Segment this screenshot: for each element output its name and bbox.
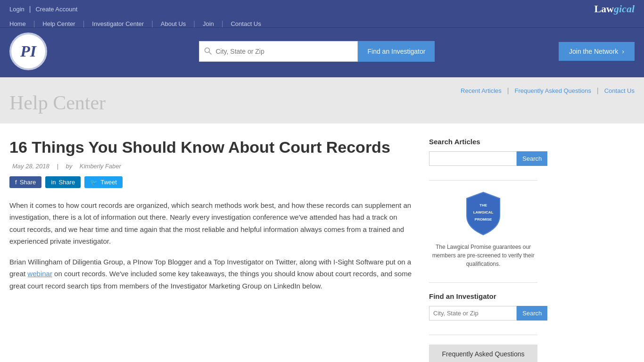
article-author-label: by bbox=[66, 163, 74, 170]
article-author: Kimberly Faber bbox=[80, 163, 121, 170]
svg-text:THE: THE bbox=[479, 203, 487, 207]
webinar-link[interactable]: webinar bbox=[27, 270, 52, 278]
facebook-icon: f bbox=[15, 179, 17, 186]
create-account-link[interactable]: Create Account bbox=[35, 6, 77, 13]
join-network-button[interactable]: Join the Network › bbox=[559, 42, 635, 61]
login-link[interactable]: Login bbox=[9, 6, 25, 13]
divider: | bbox=[29, 5, 31, 13]
sidebar-find-section: Find an Investigator Search bbox=[429, 292, 537, 321]
logo-law: Law bbox=[594, 3, 614, 15]
svg-line-1 bbox=[209, 52, 212, 54]
linkedin-icon: in bbox=[51, 179, 56, 186]
para2-part2: on court records. We've included some ke… bbox=[9, 270, 412, 290]
nav-about-us[interactable]: About Us bbox=[161, 20, 186, 27]
search-icon bbox=[204, 47, 212, 56]
top-bar-links: Login | Create Account bbox=[9, 5, 77, 13]
article-para-1: When it comes to how court records are o… bbox=[9, 199, 415, 247]
top-bar: Login | Create Account Lawgical bbox=[0, 0, 644, 18]
facebook-share-button[interactable]: f Share bbox=[9, 176, 41, 188]
sidebar-search-wrap: Search bbox=[429, 151, 537, 166]
header-search-input[interactable] bbox=[215, 48, 353, 55]
promise-description: The Lawgical Promise guarantees our memb… bbox=[429, 243, 537, 268]
find-investigator-button[interactable]: Find an Investigator bbox=[358, 41, 435, 62]
lawgical-promise-section: THE LAWGICAL PROMISE The Lawgical Promis… bbox=[429, 190, 537, 268]
header: PI now.com Find an Investigator Join the… bbox=[0, 28, 644, 77]
sidebar-search-button[interactable]: Search bbox=[517, 151, 547, 166]
sidebar-search-section: Search Articles Search bbox=[429, 138, 537, 166]
site-logo: PI now.com bbox=[9, 33, 75, 70]
help-banner-nav: Recent Articles | Frequently Asked Quest… bbox=[461, 87, 635, 94]
article-title: 16 Things You Should Know About Court Re… bbox=[9, 138, 415, 157]
article-para-2: Brian Willingham of Diligentia Group, a … bbox=[9, 256, 415, 292]
logo-now-text: now.com bbox=[49, 48, 75, 55]
fb-share-label: Share bbox=[20, 179, 36, 186]
search-input-wrap bbox=[199, 41, 358, 62]
contact-us-link[interactable]: Contact Us bbox=[604, 87, 635, 94]
tw-share-label: Tweet bbox=[100, 179, 117, 186]
sidebar-find-button[interactable]: Search bbox=[517, 306, 547, 321]
help-center-title: Help Center bbox=[9, 91, 635, 114]
nav-investigator-center[interactable]: Investigator Center bbox=[92, 20, 144, 27]
logo-gical: gical bbox=[614, 3, 635, 15]
promise-badge: THE LAWGICAL PROMISE bbox=[429, 190, 537, 237]
svg-text:LAWGICAL: LAWGICAL bbox=[473, 210, 494, 214]
nav-help-center[interactable]: Help Center bbox=[42, 20, 75, 27]
sidebar-find-wrap: Search bbox=[429, 306, 537, 321]
sidebar: Search Articles Search THE LAWGICAL PROM… bbox=[429, 138, 537, 362]
header-search-bar: Find an Investigator bbox=[199, 41, 435, 62]
sidebar-search-input[interactable] bbox=[429, 151, 517, 166]
svg-text:PROMISE: PROMISE bbox=[475, 217, 493, 222]
in-share-label: Share bbox=[58, 179, 75, 186]
header-nav: Home | Help Center | Investigator Center… bbox=[9, 20, 635, 27]
sidebar-search-title: Search Articles bbox=[429, 138, 537, 146]
main-layout: 16 Things You Should Know About Court Re… bbox=[0, 123, 644, 362]
linkedin-share-button[interactable]: in Share bbox=[45, 176, 81, 188]
logo-circle: PI bbox=[9, 33, 47, 70]
sidebar-divider-3 bbox=[429, 335, 537, 335]
recent-articles-link[interactable]: Recent Articles bbox=[461, 87, 502, 94]
sidebar-divider-2 bbox=[429, 282, 537, 283]
share-buttons: f Share in Share 🐦 Tweet bbox=[9, 176, 415, 188]
shield-icon: THE LAWGICAL PROMISE bbox=[462, 190, 504, 237]
article-meta: May 28, 2018 | by Kimberly Faber bbox=[9, 163, 415, 170]
nav-home[interactable]: Home bbox=[9, 20, 26, 27]
sidebar-find-title: Find an Investigator bbox=[429, 292, 537, 300]
twitter-icon: 🐦 bbox=[90, 179, 98, 186]
article-body: When it comes to how court records are o… bbox=[9, 199, 415, 292]
twitter-share-button[interactable]: 🐦 Tweet bbox=[84, 176, 123, 188]
help-banner: Help Center Recent Articles | Frequently… bbox=[0, 77, 644, 123]
faq-button[interactable]: Frequently Asked Questions bbox=[429, 345, 537, 362]
sidebar-find-input[interactable] bbox=[429, 306, 517, 321]
nav-join[interactable]: Join bbox=[203, 20, 214, 27]
nav-contact-us[interactable]: Contact Us bbox=[231, 20, 261, 27]
article: 16 Things You Should Know About Court Re… bbox=[9, 138, 415, 362]
chevron-right-icon: › bbox=[622, 48, 624, 55]
faq-link[interactable]: Frequently Asked Questions bbox=[514, 87, 591, 94]
article-date: May 28, 2018 bbox=[12, 163, 50, 170]
join-btn-label: Join the Network bbox=[569, 48, 618, 55]
lawgical-logo: Lawgical bbox=[594, 3, 635, 15]
sidebar-divider-1 bbox=[429, 180, 537, 181]
